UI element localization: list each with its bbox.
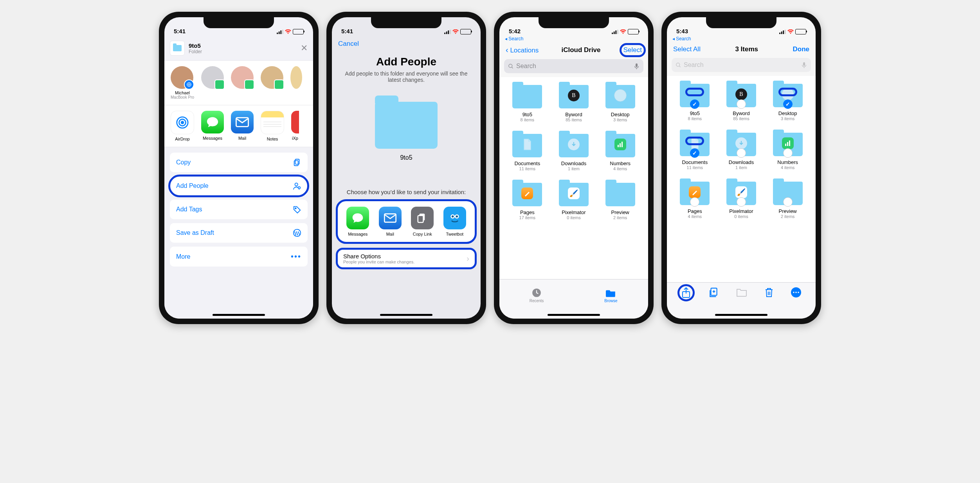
svg-point-42 — [676, 63, 680, 66]
folder-item-count: 3 items — [601, 117, 640, 122]
folder-item[interactable]: 9to5 8 items — [508, 85, 547, 122]
selection-circle[interactable] — [783, 148, 793, 158]
contacts-row: Michael MacBook Pro — [164, 61, 313, 105]
home-indicator — [380, 314, 432, 316]
close-icon[interactable]: ✕ — [301, 43, 308, 53]
selection-circle[interactable] — [737, 148, 746, 158]
status-time: 5:41 — [174, 28, 186, 34]
more-app[interactable]: iXp — [291, 111, 299, 141]
search-input: Search — [672, 58, 811, 72]
selection-circle[interactable] — [783, 99, 793, 109]
search-input[interactable]: Search — [504, 59, 643, 73]
folder-item[interactable]: Documents 11 items — [508, 134, 547, 171]
add-people-subtitle: Add people to this folder and everyone w… — [344, 70, 469, 83]
tab-browse[interactable]: Browse — [574, 279, 648, 311]
cancel-button[interactable]: Cancel — [332, 36, 481, 48]
messages-app[interactable]: Messages — [201, 111, 224, 141]
selection-circle[interactable] — [690, 197, 699, 207]
trash-icon[interactable] — [765, 287, 773, 297]
folder-item[interactable]: Pages 17 items — [508, 183, 547, 220]
folder-item[interactable]: Pages 4 items — [675, 182, 714, 219]
selection-circle[interactable] — [783, 197, 793, 207]
folder-item[interactable]: Desktop 3 items — [768, 84, 807, 121]
done-button[interactable]: Done — [793, 45, 810, 53]
invite-copy-link[interactable]: Copy Link — [411, 207, 434, 236]
copy-icon — [293, 158, 301, 167]
folder-item[interactable]: 🖌️ Pixelmator 0 items — [554, 183, 593, 220]
folder-item-count: 11 items — [508, 166, 547, 171]
contact-item[interactable] — [201, 66, 224, 99]
select-button[interactable]: Select — [623, 46, 642, 54]
invitation-instruction: Choose how you’d like to send your invit… — [332, 189, 481, 195]
folder-item[interactable]: Preview 2 items — [601, 183, 640, 220]
wifi-icon — [620, 29, 626, 34]
nav-bar: Select All 3 Items Done — [667, 42, 816, 56]
folder-thumbnail — [170, 41, 185, 56]
svg-rect-43 — [803, 62, 805, 66]
back-search-button[interactable]: ◂ Search — [667, 36, 816, 42]
action-save-draft[interactable]: Save as Draft — [170, 223, 308, 243]
battery-icon — [795, 29, 806, 34]
folder-item[interactable]: Numbers 4 items — [768, 133, 807, 170]
more-icon[interactable] — [791, 287, 801, 297]
status-time: 5:42 — [509, 28, 521, 34]
mic-icon[interactable] — [634, 63, 640, 69]
share-options-row[interactable]: Share Options People you invite can make… — [336, 248, 477, 269]
folder-item-count: 0 items — [554, 215, 593, 220]
contact-item[interactable] — [261, 66, 283, 99]
selection-circle[interactable] — [737, 99, 746, 109]
selection-circle[interactable] — [690, 148, 699, 158]
share-icon[interactable] — [681, 287, 691, 298]
invite-tweetbot[interactable]: Tweetbot — [443, 207, 466, 236]
phone-1: 5:41 9to5 Folder ✕ Michael MacBook Pro — [159, 12, 319, 324]
share-sheet-header: 9to5 Folder ✕ — [164, 36, 313, 61]
duplicate-icon[interactable] — [708, 287, 719, 297]
contact-item[interactable] — [290, 66, 302, 99]
folder-item[interactable]: B Byword 85 items — [722, 84, 761, 121]
signal-icon — [779, 30, 786, 34]
nav-title: iCloud Drive — [561, 46, 600, 54]
folder-item[interactable]: Documents 11 items — [675, 133, 714, 170]
folder-item[interactable]: 🖌️ Pixelmator 0 items — [722, 182, 761, 219]
folder-item-count: 2 items — [768, 214, 807, 219]
folder-item[interactable]: B Byword 85 items — [554, 85, 593, 122]
folder-item-count: 0 items — [722, 214, 761, 219]
folder-item[interactable]: Downloads 1 item — [722, 133, 761, 170]
selection-circle[interactable] — [737, 197, 746, 207]
invite-messages[interactable]: Messages — [346, 207, 369, 236]
folder-item[interactable]: Numbers 4 items — [601, 134, 640, 171]
folder-item[interactable]: 9to5 8 items — [675, 84, 714, 121]
svg-rect-35 — [620, 143, 621, 147]
svg-point-4 — [189, 84, 190, 85]
svg-rect-3 — [282, 30, 283, 34]
select-all-button[interactable]: Select All — [673, 45, 701, 53]
folder-item-count: 4 items — [675, 214, 714, 219]
status-time: 5:43 — [676, 28, 688, 34]
mail-app[interactable]: Mail — [231, 111, 254, 141]
contact-item[interactable] — [231, 66, 254, 99]
svg-rect-0 — [277, 32, 278, 34]
folder-item[interactable]: Preview 2 items — [768, 182, 807, 219]
move-icon[interactable] — [736, 287, 747, 297]
selection-circle[interactable] — [690, 99, 699, 109]
action-more[interactable]: More ••• — [170, 247, 308, 267]
back-search-button[interactable]: ◂ Search — [499, 36, 648, 42]
airdrop-app[interactable]: AirDrop — [171, 111, 194, 141]
tab-recents[interactable]: Recents — [499, 279, 574, 311]
search-icon — [676, 62, 681, 68]
notes-app[interactable]: Notes — [261, 111, 284, 141]
action-add-tags[interactable]: Add Tags — [170, 200, 308, 219]
action-copy[interactable]: Copy — [170, 153, 308, 172]
folder-item[interactable]: Desktop 3 items — [601, 85, 640, 122]
contact-item[interactable]: Michael MacBook Pro — [171, 66, 194, 99]
folder-grid: 9to5 8 items B Byword 85 items Desktop 3… — [667, 76, 816, 282]
selection-toolbar — [667, 282, 816, 319]
folder-item[interactable]: Downloads 1 item — [554, 134, 593, 171]
invite-mail[interactable]: Mail — [379, 207, 402, 236]
svg-rect-11 — [295, 159, 299, 164]
folder-name: Byword — [722, 110, 761, 116]
actions-list: Copy Add People Add Tags Save as Draft M… — [164, 147, 313, 319]
back-locations-button[interactable]: ‹ Locations — [506, 45, 539, 54]
action-add-people[interactable]: Add People — [170, 176, 308, 196]
svg-rect-36 — [622, 142, 623, 147]
